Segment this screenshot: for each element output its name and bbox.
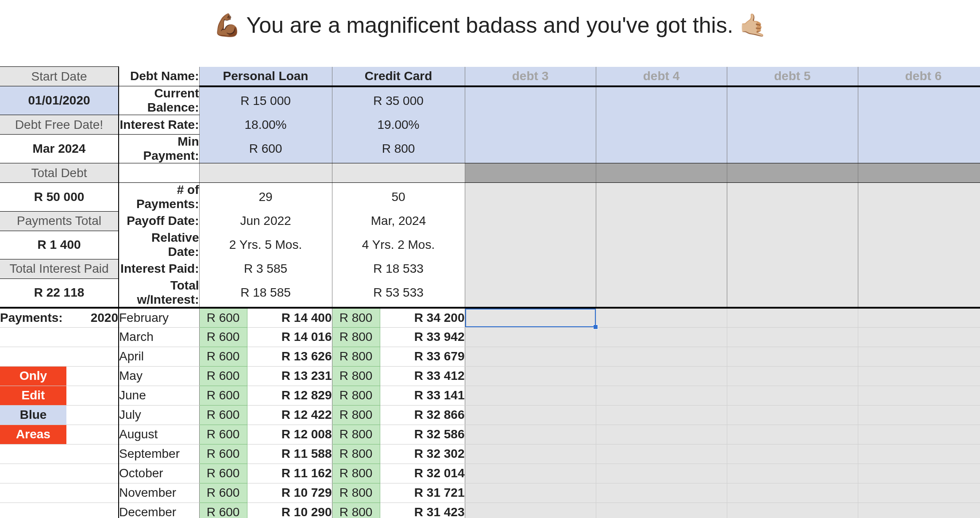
empty[interactable] (858, 503, 980, 518)
empty[interactable] (465, 386, 596, 405)
rate-label: Interest Rate: (120, 118, 199, 131)
empty[interactable] (465, 444, 596, 464)
month: August (119, 427, 158, 441)
payment-a-cell[interactable]: R 600 (199, 444, 247, 464)
debt-1-min-cell[interactable]: R 600 (199, 135, 332, 163)
payment-b-cell[interactable]: R 800 (332, 444, 380, 464)
empty[interactable] (596, 503, 727, 518)
empty[interactable] (465, 464, 596, 483)
payment-a-cell[interactable]: R 600 (199, 464, 247, 483)
empty[interactable] (727, 464, 858, 483)
debt-1-rate-cell[interactable]: 18.00% (199, 115, 332, 135)
empty[interactable] (727, 86, 858, 115)
payment-a-cell[interactable]: R 600 (199, 483, 247, 503)
payment-b-cell[interactable]: R 800 (332, 366, 380, 386)
debt-5-placeholder: debt 5 (774, 69, 810, 83)
spreadsheet-grid[interactable]: Start DateDebt Name:Personal LoanCredit … (0, 66, 980, 518)
debt-6-placeholder-cell[interactable]: debt 6 (858, 67, 980, 86)
empty[interactable] (596, 115, 727, 135)
debt-2-min-cell[interactable]: R 800 (332, 135, 465, 163)
payment-a-cell[interactable]: R 600 (199, 503, 247, 518)
empty[interactable] (858, 308, 980, 327)
empty[interactable] (596, 347, 727, 366)
start-date-cell[interactable]: 01/01/2020 (0, 86, 119, 115)
payment-a-cell[interactable]: R 600 (199, 425, 247, 444)
empty[interactable] (727, 503, 858, 518)
empty[interactable] (596, 405, 727, 425)
empty[interactable] (727, 308, 858, 327)
empty[interactable] (727, 327, 858, 347)
payment-b-cell[interactable]: R 800 (332, 425, 380, 444)
empty[interactable] (465, 135, 596, 163)
payment-b-cell[interactable]: R 800 (332, 483, 380, 503)
empty[interactable] (727, 405, 858, 425)
empty[interactable] (596, 425, 727, 444)
empty[interactable] (858, 444, 980, 464)
payment-a-cell[interactable]: R 600 (199, 308, 247, 327)
empty[interactable] (858, 366, 980, 386)
empty[interactable] (727, 483, 858, 503)
empty[interactable] (465, 86, 596, 115)
empty[interactable] (596, 327, 727, 347)
month-cell: November (119, 483, 199, 503)
empty[interactable] (465, 503, 596, 518)
empty[interactable] (858, 86, 980, 115)
empty[interactable] (596, 86, 727, 115)
bal-a: R 14 400 (282, 311, 332, 325)
selected-cell[interactable] (465, 308, 596, 327)
empty[interactable] (727, 444, 858, 464)
payments-label-cell: Payments: (0, 308, 66, 327)
empty[interactable] (858, 347, 980, 366)
payment-b-cell[interactable]: R 800 (332, 503, 380, 518)
debt-2-rate-cell[interactable]: 19.00% (332, 115, 465, 135)
pay-b: R 800 (340, 447, 373, 460)
empty[interactable] (858, 405, 980, 425)
payment-b-cell[interactable]: R 800 (332, 308, 380, 327)
empty[interactable] (465, 425, 596, 444)
empty[interactable] (596, 135, 727, 163)
empty[interactable] (858, 135, 980, 163)
payment-a-cell[interactable]: R 600 (199, 347, 247, 366)
empty[interactable] (465, 347, 596, 366)
empty[interactable] (596, 366, 727, 386)
empty[interactable] (465, 115, 596, 135)
payment-b-cell[interactable]: R 800 (332, 405, 380, 425)
empty[interactable] (465, 483, 596, 503)
empty[interactable] (727, 135, 858, 163)
empty[interactable] (858, 327, 980, 347)
empty[interactable] (727, 347, 858, 366)
empty[interactable] (858, 464, 980, 483)
debt-2-balance-cell[interactable]: R 35 000 (332, 86, 465, 115)
empty[interactable] (596, 483, 727, 503)
empty[interactable] (465, 366, 596, 386)
debt-4-placeholder-cell[interactable]: debt 4 (596, 67, 727, 86)
payment-a-cell[interactable]: R 600 (199, 327, 247, 347)
debt-1-balance-cell[interactable]: R 15 000 (199, 86, 332, 115)
empty[interactable] (727, 115, 858, 135)
debt-5-placeholder-cell[interactable]: debt 5 (727, 67, 858, 86)
payment-b-cell[interactable]: R 800 (332, 327, 380, 347)
payment-a-cell[interactable]: R 600 (199, 386, 247, 405)
payment-b-cell[interactable]: R 800 (332, 464, 380, 483)
payment-b-cell[interactable]: R 800 (332, 386, 380, 405)
empty[interactable] (465, 405, 596, 425)
empty[interactable] (727, 366, 858, 386)
debt-3-placeholder-cell[interactable]: debt 3 (465, 67, 596, 86)
payment-b-cell[interactable]: R 800 (332, 347, 380, 366)
empty[interactable] (858, 386, 980, 405)
empty[interactable] (596, 444, 727, 464)
payment-a-cell[interactable]: R 600 (199, 405, 247, 425)
empty[interactable] (465, 327, 596, 347)
empty[interactable] (596, 308, 727, 327)
debt-1-name-cell[interactable]: Personal Loan (199, 67, 332, 86)
empty[interactable] (858, 483, 980, 503)
empty[interactable] (596, 464, 727, 483)
empty[interactable] (727, 425, 858, 444)
empty[interactable] (596, 386, 727, 405)
debt-2-name-cell[interactable]: Credit Card (332, 67, 465, 86)
payment-a-cell[interactable]: R 600 (199, 366, 247, 386)
empty[interactable] (858, 115, 980, 135)
empty[interactable] (727, 386, 858, 405)
empty[interactable] (858, 425, 980, 444)
debt-free-cell: Mar 2024 (0, 135, 119, 163)
